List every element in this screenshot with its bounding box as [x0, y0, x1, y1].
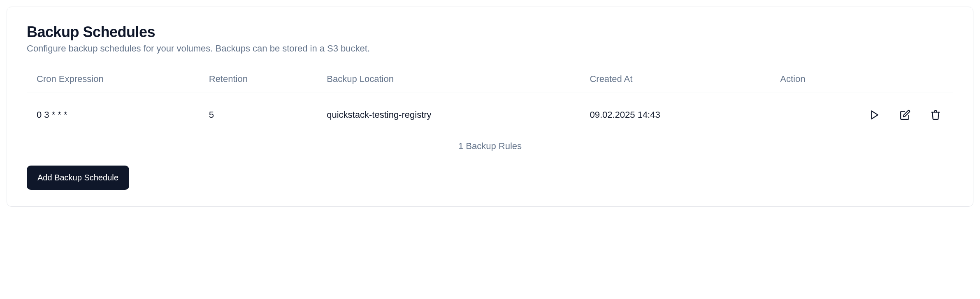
play-icon	[869, 110, 880, 120]
col-header-cron: Cron Expression	[37, 74, 209, 84]
trash-icon	[930, 110, 941, 120]
col-header-location: Backup Location	[327, 74, 590, 84]
delete-button[interactable]	[930, 110, 941, 120]
cell-location: quickstack-testing-registry	[327, 110, 590, 120]
col-header-action: Action	[780, 74, 943, 84]
page-subtitle: Configure backup schedules for your volu…	[27, 43, 953, 54]
edit-button[interactable]	[900, 110, 910, 120]
cell-cron: 0 3 * * *	[37, 110, 209, 120]
add-backup-schedule-button[interactable]: Add Backup Schedule	[27, 166, 129, 190]
col-header-created: Created At	[590, 74, 780, 84]
table-header: Cron Expression Retention Backup Locatio…	[27, 74, 953, 93]
backup-schedules-card: Backup Schedules Configure backup schedu…	[7, 7, 973, 207]
table-footer: 1 Backup Rules	[27, 137, 953, 166]
cell-actions	[780, 110, 943, 120]
col-header-retention: Retention	[209, 74, 327, 84]
schedules-table: Cron Expression Retention Backup Locatio…	[27, 74, 953, 166]
table-row: 0 3 * * * 5 quickstack-testing-registry …	[27, 93, 953, 137]
cell-created: 09.02.2025 14:43	[590, 110, 780, 120]
edit-icon	[900, 110, 910, 120]
page-title: Backup Schedules	[27, 23, 953, 41]
svg-marker-0	[871, 111, 878, 119]
run-button[interactable]	[869, 110, 880, 120]
cell-retention: 5	[209, 110, 327, 120]
